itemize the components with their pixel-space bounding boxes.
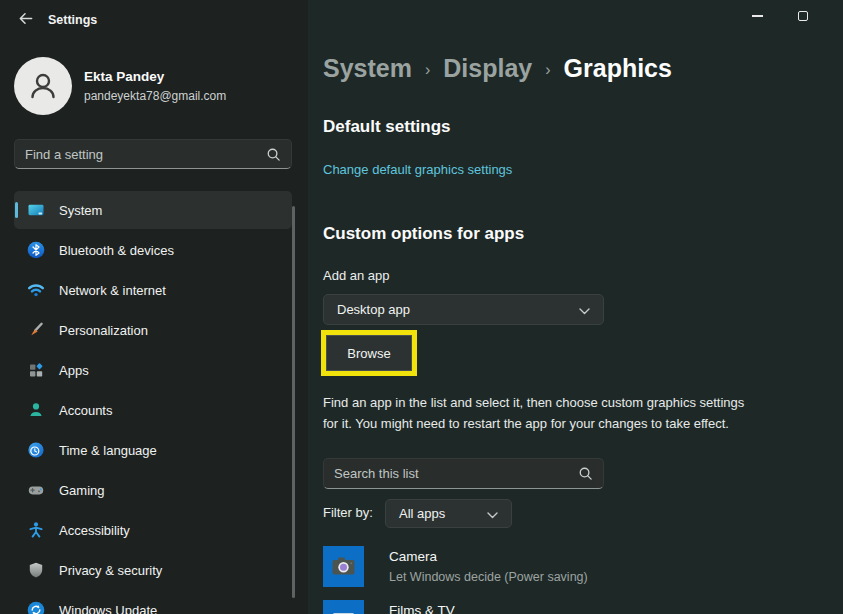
titlebar: Settings <box>0 0 843 40</box>
camera-app-icon <box>323 546 364 587</box>
filter-dropdown[interactable]: All apps <box>385 499 512 528</box>
sidebar-item-accessibility[interactable]: Accessibility <box>14 511 292 549</box>
browse-highlight-annotation: Browse <box>321 330 417 376</box>
maximize-icon <box>798 11 808 21</box>
search-icon <box>266 147 281 162</box>
gaming-icon <box>27 481 45 499</box>
minimize-icon <box>752 15 763 16</box>
sidebar-item-privacy-security[interactable]: Privacy & security <box>14 551 292 589</box>
chevron-right-icon: › <box>425 61 430 79</box>
personalization-icon <box>27 321 45 339</box>
app-list-description: Find an app in the list and select it, t… <box>323 392 753 434</box>
person-icon <box>26 69 60 103</box>
sidebar-item-gaming[interactable]: Gaming <box>14 471 292 509</box>
maximize-button[interactable] <box>780 0 826 32</box>
chevron-right-icon: › <box>545 61 550 79</box>
sidebar-item-label: Bluetooth & devices <box>59 243 174 258</box>
user-email: pandeyekta78@gmail.com <box>84 89 226 103</box>
films-tv-app-icon <box>323 600 364 614</box>
sidebar-item-time-language[interactable]: Time & language <box>14 431 292 469</box>
time-language-icon <box>27 441 45 459</box>
avatar <box>14 57 72 115</box>
find-setting-searchbox[interactable] <box>14 139 292 169</box>
app-row-films-tv[interactable]: Films & TV <box>323 600 455 614</box>
user-name: Ekta Pandey <box>84 69 226 84</box>
sidebar-item-label: Personalization <box>59 323 148 338</box>
breadcrumb: System › Display › Graphics <box>323 54 672 83</box>
sidebar-item-label: Gaming <box>59 483 105 498</box>
sidebar-item-label: System <box>59 203 102 218</box>
apps-icon <box>27 361 45 379</box>
windows-update-icon <box>27 601 45 614</box>
sidebar-item-label: Network & internet <box>59 283 166 298</box>
app-row-camera[interactable]: Camera Let Windows decide (Power saving) <box>323 546 588 587</box>
sidebar-item-label: Privacy & security <box>59 563 162 578</box>
breadcrumb-graphics: Graphics <box>564 54 672 83</box>
back-button[interactable] <box>8 7 42 33</box>
search-list-searchbox[interactable] <box>323 458 604 489</box>
network-icon <box>27 281 45 299</box>
accounts-icon <box>27 401 45 419</box>
browse-button[interactable]: Browse <box>326 335 412 371</box>
default-settings-heading: Default settings <box>323 117 451 137</box>
sidebar-item-personalization[interactable]: Personalization <box>14 311 292 349</box>
find-setting-input[interactable] <box>15 147 266 162</box>
sidebar-scrollbar[interactable] <box>292 206 295 598</box>
chevron-down-icon <box>579 301 590 319</box>
selected-accent-pill <box>15 202 18 218</box>
settings-window: Settings Ekta Pandey pandeyekta78@gmail.… <box>0 0 843 614</box>
app-type-dropdown[interactable]: Desktop app <box>323 294 604 325</box>
search-icon <box>578 466 593 481</box>
minimize-button[interactable] <box>734 0 780 32</box>
sidebar-item-label: Time & language <box>59 443 157 458</box>
change-default-graphics-link[interactable]: Change default graphics settings <box>323 162 512 177</box>
sidebar-item-bluetooth-devices[interactable]: Bluetooth & devices <box>14 231 292 269</box>
search-list-input[interactable] <box>324 466 578 481</box>
sidebar-nav: System Bluetooth & devices Network & <box>14 191 292 614</box>
privacy-icon <box>27 561 45 579</box>
breadcrumb-system[interactable]: System <box>323 54 412 83</box>
app-name: Camera <box>389 549 588 564</box>
app-type-value: Desktop app <box>337 302 410 317</box>
filter-by-label: Filter by: <box>323 505 373 520</box>
sidebar-item-label: Accessibility <box>59 523 130 538</box>
bluetooth-icon <box>27 241 45 259</box>
sidebar-item-label: Accounts <box>59 403 112 418</box>
app-name: Films & TV <box>389 603 455 614</box>
system-icon <box>27 201 45 219</box>
add-an-app-label: Add an app <box>323 268 390 283</box>
sidebar-item-accounts[interactable]: Accounts <box>14 391 292 429</box>
chevron-down-icon <box>487 505 498 523</box>
sidebar-item-label: Windows Update <box>59 603 157 614</box>
accessibility-icon <box>27 521 45 539</box>
sidebar-item-windows-update[interactable]: Windows Update <box>14 591 292 614</box>
sidebar-item-label: Apps <box>59 363 89 378</box>
app-status: Let Windows decide (Power saving) <box>389 570 588 584</box>
custom-options-heading: Custom options for apps <box>323 224 524 244</box>
window-title: Settings <box>48 13 97 27</box>
filter-value: All apps <box>399 506 445 521</box>
sidebar-item-network-internet[interactable]: Network & internet <box>14 271 292 309</box>
back-arrow-icon <box>17 10 34 31</box>
sidebar-item-apps[interactable]: Apps <box>14 351 292 389</box>
breadcrumb-display[interactable]: Display <box>443 54 532 83</box>
sidebar-item-system[interactable]: System <box>14 191 292 229</box>
user-profile[interactable]: Ekta Pandey pandeyekta78@gmail.com <box>14 57 226 115</box>
